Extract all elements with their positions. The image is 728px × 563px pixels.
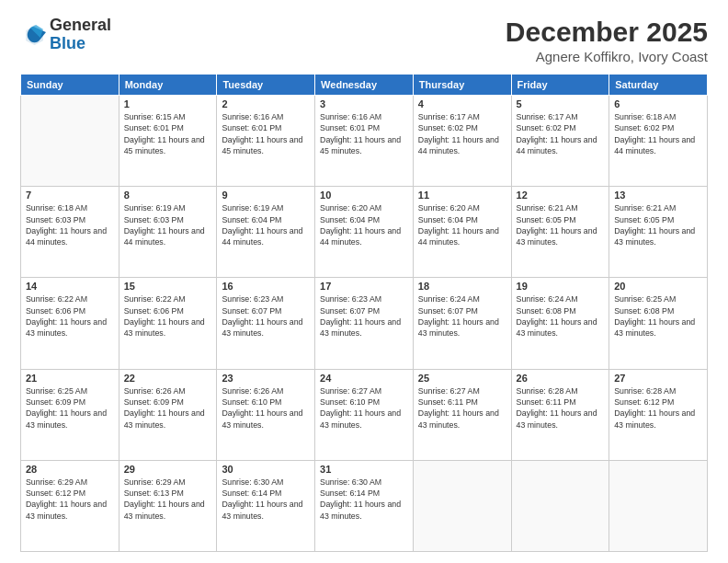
day-number: 12	[517, 190, 605, 201]
day-info: Sunrise: 6:26 AMSunset: 6:10 PMDaylight:…	[222, 385, 310, 431]
week-row-4: 21Sunrise: 6:25 AMSunset: 6:09 PMDayligh…	[21, 369, 708, 460]
calendar-cell-w2-d5: 12Sunrise: 6:21 AMSunset: 6:05 PMDayligh…	[511, 187, 609, 278]
calendar-cell-w2-d6: 13Sunrise: 6:21 AMSunset: 6:05 PMDayligh…	[609, 187, 708, 278]
day-info: Sunrise: 6:22 AMSunset: 6:06 PMDaylight:…	[124, 293, 212, 339]
day-number: 13	[614, 190, 702, 201]
day-number: 9	[222, 190, 310, 201]
day-info: Sunrise: 6:21 AMSunset: 6:05 PMDaylight:…	[517, 202, 605, 247]
logo-blue: Blue	[50, 34, 85, 52]
day-number: 18	[418, 281, 506, 292]
day-info: Sunrise: 6:15 AMSunset: 6:01 PMDaylight:…	[124, 111, 212, 156]
calendar-cell-w3-d2: 16Sunrise: 6:23 AMSunset: 6:07 PMDayligh…	[217, 278, 315, 369]
day-number: 17	[320, 281, 408, 292]
calendar-cell-w4-d3: 24Sunrise: 6:27 AMSunset: 6:10 PMDayligh…	[315, 369, 414, 460]
day-info: Sunrise: 6:22 AMSunset: 6:06 PMDaylight:…	[26, 293, 114, 339]
day-number: 26	[517, 373, 605, 384]
calendar-cell-w3-d1: 15Sunrise: 6:22 AMSunset: 6:06 PMDayligh…	[119, 278, 217, 369]
day-number: 25	[418, 373, 506, 384]
day-number: 24	[320, 373, 408, 384]
calendar-cell-w1-d4: 4Sunrise: 6:17 AMSunset: 6:02 PMDaylight…	[413, 96, 511, 187]
col-saturday: Saturday	[609, 75, 708, 96]
day-number: 2	[222, 98, 310, 109]
day-number: 5	[517, 98, 605, 109]
calendar-cell-w5-d0: 28Sunrise: 6:29 AMSunset: 6:12 PMDayligh…	[21, 460, 119, 551]
calendar-cell-w5-d4	[413, 460, 511, 551]
day-number: 14	[26, 281, 114, 292]
calendar-cell-w1-d0	[21, 96, 119, 187]
month-title: December 2025	[506, 17, 708, 47]
week-row-3: 14Sunrise: 6:22 AMSunset: 6:06 PMDayligh…	[21, 278, 708, 369]
calendar-cell-w2-d0: 7Sunrise: 6:18 AMSunset: 6:03 PMDaylight…	[21, 187, 119, 278]
day-info: Sunrise: 6:16 AMSunset: 6:01 PMDaylight:…	[222, 111, 310, 156]
day-info: Sunrise: 6:20 AMSunset: 6:04 PMDaylight:…	[418, 202, 506, 247]
day-number: 22	[124, 373, 212, 384]
calendar-cell-w5-d5	[511, 460, 609, 551]
page: General Blue December 2025 Agnere Koffik…	[0, 0, 728, 563]
day-info: Sunrise: 6:27 AMSunset: 6:10 PMDaylight:…	[320, 385, 408, 431]
calendar-cell-w3-d3: 17Sunrise: 6:23 AMSunset: 6:07 PMDayligh…	[315, 278, 414, 369]
calendar-cell-w1-d5: 5Sunrise: 6:17 AMSunset: 6:02 PMDaylight…	[511, 96, 609, 187]
logo: General Blue	[20, 17, 111, 53]
day-info: Sunrise: 6:23 AMSunset: 6:07 PMDaylight:…	[222, 293, 310, 339]
calendar-cell-w3-d5: 19Sunrise: 6:24 AMSunset: 6:08 PMDayligh…	[511, 278, 609, 369]
day-info: Sunrise: 6:20 AMSunset: 6:04 PMDaylight:…	[320, 202, 408, 247]
calendar-cell-w2-d2: 9Sunrise: 6:19 AMSunset: 6:04 PMDaylight…	[217, 187, 315, 278]
col-wednesday: Wednesday	[315, 75, 414, 96]
logo-icon	[20, 22, 46, 48]
day-info: Sunrise: 6:17 AMSunset: 6:02 PMDaylight:…	[517, 111, 605, 156]
day-number: 6	[614, 98, 702, 109]
day-number: 19	[517, 281, 605, 292]
calendar-cell-w4-d2: 23Sunrise: 6:26 AMSunset: 6:10 PMDayligh…	[217, 369, 315, 460]
location-title: Agnere Koffikro, Ivory Coast	[506, 49, 708, 64]
day-number: 27	[614, 373, 702, 384]
title-block: December 2025 Agnere Koffikro, Ivory Coa…	[506, 17, 708, 64]
day-number: 30	[222, 464, 310, 475]
calendar-cell-w1-d1: 1Sunrise: 6:15 AMSunset: 6:01 PMDaylight…	[119, 96, 217, 187]
day-number: 31	[320, 464, 408, 475]
calendar-cell-w2-d3: 10Sunrise: 6:20 AMSunset: 6:04 PMDayligh…	[315, 187, 414, 278]
header: General Blue December 2025 Agnere Koffik…	[20, 17, 708, 64]
day-info: Sunrise: 6:19 AMSunset: 6:03 PMDaylight:…	[124, 202, 212, 247]
day-info: Sunrise: 6:28 AMSunset: 6:11 PMDaylight:…	[517, 385, 605, 431]
day-info: Sunrise: 6:28 AMSunset: 6:12 PMDaylight:…	[614, 385, 702, 431]
calendar-cell-w3-d0: 14Sunrise: 6:22 AMSunset: 6:06 PMDayligh…	[21, 278, 119, 369]
day-info: Sunrise: 6:18 AMSunset: 6:03 PMDaylight:…	[26, 202, 114, 247]
logo-general: General	[50, 16, 111, 34]
col-friday: Friday	[511, 75, 609, 96]
col-tuesday: Tuesday	[217, 75, 315, 96]
day-number: 29	[124, 464, 212, 475]
day-number: 28	[26, 464, 114, 475]
calendar-cell-w3-d6: 20Sunrise: 6:25 AMSunset: 6:08 PMDayligh…	[609, 278, 708, 369]
calendar-cell-w1-d6: 6Sunrise: 6:18 AMSunset: 6:02 PMDaylight…	[609, 96, 708, 187]
calendar-cell-w1-d3: 3Sunrise: 6:16 AMSunset: 6:01 PMDaylight…	[315, 96, 414, 187]
day-number: 10	[320, 190, 408, 201]
day-number: 7	[26, 190, 114, 201]
logo-text: General Blue	[50, 17, 111, 53]
calendar-cell-w1-d2: 2Sunrise: 6:16 AMSunset: 6:01 PMDaylight…	[217, 96, 315, 187]
day-info: Sunrise: 6:30 AMSunset: 6:14 PMDaylight:…	[222, 477, 310, 522]
day-info: Sunrise: 6:27 AMSunset: 6:11 PMDaylight:…	[418, 385, 506, 431]
day-number: 21	[26, 373, 114, 384]
calendar-cell-w4-d5: 26Sunrise: 6:28 AMSunset: 6:11 PMDayligh…	[511, 369, 609, 460]
calendar-cell-w2-d1: 8Sunrise: 6:19 AMSunset: 6:03 PMDaylight…	[119, 187, 217, 278]
calendar-cell-w4-d0: 21Sunrise: 6:25 AMSunset: 6:09 PMDayligh…	[21, 369, 119, 460]
day-info: Sunrise: 6:29 AMSunset: 6:13 PMDaylight:…	[124, 477, 212, 522]
calendar-header-row: Sunday Monday Tuesday Wednesday Thursday…	[21, 75, 708, 96]
day-info: Sunrise: 6:25 AMSunset: 6:08 PMDaylight:…	[614, 293, 702, 339]
calendar-cell-w4-d4: 25Sunrise: 6:27 AMSunset: 6:11 PMDayligh…	[413, 369, 511, 460]
calendar-cell-w5-d6	[609, 460, 708, 551]
day-info: Sunrise: 6:25 AMSunset: 6:09 PMDaylight:…	[26, 385, 114, 431]
day-info: Sunrise: 6:30 AMSunset: 6:14 PMDaylight:…	[320, 477, 408, 522]
calendar-cell-w5-d3: 31Sunrise: 6:30 AMSunset: 6:14 PMDayligh…	[315, 460, 414, 551]
calendar-cell-w4-d6: 27Sunrise: 6:28 AMSunset: 6:12 PMDayligh…	[609, 369, 708, 460]
week-row-5: 28Sunrise: 6:29 AMSunset: 6:12 PMDayligh…	[21, 460, 708, 551]
day-number: 11	[418, 190, 506, 201]
week-row-2: 7Sunrise: 6:18 AMSunset: 6:03 PMDaylight…	[21, 187, 708, 278]
day-info: Sunrise: 6:19 AMSunset: 6:04 PMDaylight:…	[222, 202, 310, 247]
day-info: Sunrise: 6:23 AMSunset: 6:07 PMDaylight:…	[320, 293, 408, 339]
week-row-1: 1Sunrise: 6:15 AMSunset: 6:01 PMDaylight…	[21, 96, 708, 187]
day-info: Sunrise: 6:24 AMSunset: 6:08 PMDaylight:…	[517, 293, 605, 339]
day-info: Sunrise: 6:21 AMSunset: 6:05 PMDaylight:…	[614, 202, 702, 247]
col-thursday: Thursday	[413, 75, 511, 96]
day-info: Sunrise: 6:18 AMSunset: 6:02 PMDaylight:…	[614, 111, 702, 156]
